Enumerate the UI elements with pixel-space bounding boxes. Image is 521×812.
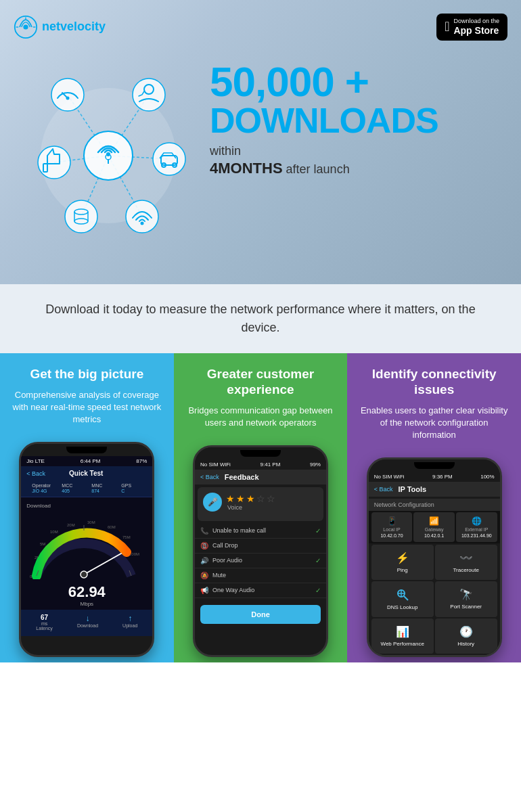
p3-status-bar: No SIM WiFi 9:36 PM 100% xyxy=(369,472,500,482)
phone3-container: No SIM WiFi 9:36 PM 100% < Back IP Tools… xyxy=(347,452,521,662)
p1-speed-value: 62.94 xyxy=(26,583,147,601)
call-drop-icon: 📵 xyxy=(200,542,208,549)
web-performance-icon: 📊 xyxy=(377,625,428,638)
app-store-text: Download on the App Store xyxy=(453,18,499,37)
svg-text:30M: 30M xyxy=(87,520,95,524)
speedometer-gauge: 0M 2M 5M 10M 20M 30M 60M 75M 100M xyxy=(26,512,141,579)
svg-point-15 xyxy=(51,78,84,111)
feature-col-customer-experience: Greater customer experience Bridges comm… xyxy=(174,353,348,662)
star-1: ★ xyxy=(226,493,235,504)
check-icon-1: ✓ xyxy=(315,527,321,535)
hero-content: 50,000 + DOWNLOADS within 4MONTHS after … xyxy=(14,54,507,257)
p2-nav-title: Feedback xyxy=(225,473,259,481)
p2-done-button[interactable]: Done xyxy=(200,605,321,624)
p2-issue-call-drop[interactable]: 📵 Call Drop xyxy=(195,539,326,554)
p2-nav: < Back Feedback xyxy=(195,470,326,484)
p3-external-ip: 🌐 External IP 103.231.44.90 xyxy=(456,512,497,542)
phone2-screen: No SIM WiFi 9:41 PM 99% < Back Feedback … xyxy=(195,459,326,629)
p1-latency-label: Latency xyxy=(36,626,53,631)
svg-text:60M: 60M xyxy=(108,525,116,529)
check-icon-2: ✓ xyxy=(315,557,321,564)
tagline-section: Download it today to measure the network… xyxy=(0,284,521,353)
p2-issue-one-way-audio[interactable]: 📢 One Way Audio ✓ xyxy=(195,583,326,598)
p1-latency-val: 67 xyxy=(36,614,53,621)
feature-desc-big-picture: Comprehensive analysis of coverage with … xyxy=(11,389,163,426)
logo: netvelocity xyxy=(14,15,106,39)
svg-text:5M: 5M xyxy=(40,542,45,546)
tagline-text: Download it today to measure the network… xyxy=(27,300,494,337)
p1-back-button[interactable]: < Back xyxy=(26,470,45,477)
phone1-container: Jio LTE 6:44 PM 87% < Back Quick Test LT… xyxy=(0,436,174,662)
p3-tool-port-scanner[interactable]: 🔭 Port Scanner xyxy=(435,581,497,617)
gateway-icon: 📶 xyxy=(416,516,452,526)
p2-voice-label: Voice xyxy=(227,504,275,511)
feature-header-customer-experience: Greater customer experience Bridges comm… xyxy=(174,353,348,440)
svg-text:20M: 20M xyxy=(67,523,75,527)
poor-audio-icon: 🔊 xyxy=(200,557,208,564)
p2-voice-section: 🎤 ★ ★ ★ ☆ ☆ Voice xyxy=(198,487,323,521)
feature-desc-customer-experience: Bridges communication gap between users … xyxy=(185,405,337,429)
p3-nav-title: IP Tools xyxy=(398,485,426,493)
p1-speedometer: Download 0M 2M 5M 10M 20M 30M 60M 75M xyxy=(21,497,152,610)
svg-text:75M: 75M xyxy=(122,535,131,539)
feature-header-big-picture: Get the big picture Comprehensive analys… xyxy=(0,353,174,436)
p3-tool-traceroute[interactable]: 〰️ Traceroute xyxy=(435,545,497,580)
table-header-row: Operator MCC MNC GPS xyxy=(32,483,147,488)
one-way-audio-icon: 📢 xyxy=(200,587,208,594)
p2-stars: ★ ★ ★ ☆ ☆ xyxy=(226,493,275,504)
svg-text:10M: 10M xyxy=(50,530,58,534)
p1-download-label: Download xyxy=(26,503,147,509)
table-data-row: JIO 4G 405 874 C xyxy=(32,489,147,493)
within-text: within 4MONTHS after launch xyxy=(210,143,507,179)
p3-local-ip: 📱 Local IP 10.42.0.70 xyxy=(371,512,413,542)
dns-lookup-icon xyxy=(396,588,409,602)
phone2-container: No SIM WiFi 9:41 PM 99% < Back Feedback … xyxy=(174,440,348,662)
star-4[interactable]: ☆ xyxy=(256,493,265,504)
p1-nav: < Back Quick Test xyxy=(21,466,152,480)
upload-arrow-icon: ↑ xyxy=(122,614,137,623)
port-scanner-icon: 🔭 xyxy=(440,588,492,601)
phone3-mockup: No SIM WiFi 9:36 PM 100% < Back IP Tools… xyxy=(367,457,502,657)
p3-tool-ping[interactable]: ⚡ Ping xyxy=(371,545,434,580)
phone2-notch xyxy=(195,447,326,459)
history-icon: 🕐 xyxy=(440,625,492,638)
svg-point-19 xyxy=(38,146,70,179)
p3-tool-dns-lookup[interactable]: DNS Lookup xyxy=(371,581,434,617)
p2-voice-icon: 🎤 xyxy=(203,493,222,512)
star-3: ★ xyxy=(246,493,255,504)
phone2-mockup: No SIM WiFi 9:41 PM 99% < Back Feedback … xyxy=(193,445,328,657)
p1-upload: ↑ Upload xyxy=(122,614,137,631)
mute-icon: 🔕 xyxy=(200,572,208,579)
download-arrow-icon: ↓ xyxy=(77,614,98,623)
p1-download: ↓ Download xyxy=(77,614,98,631)
p3-ip-grid: 📱 Local IP 10.42.0.70 📶 Gateway 10.42.0.… xyxy=(369,511,500,543)
p1-speed-unit: Mbps xyxy=(26,601,147,607)
p3-tool-history[interactable]: 🕐 History xyxy=(435,618,497,654)
svg-point-1 xyxy=(23,24,28,29)
svg-point-43 xyxy=(81,571,87,578)
svg-point-29 xyxy=(141,221,144,225)
p2-back-button[interactable]: < Back xyxy=(200,474,219,480)
apple-icon:  xyxy=(445,19,449,35)
star-2: ★ xyxy=(236,493,245,504)
p3-gateway: 📶 Gateway 10.42.0.1 xyxy=(413,512,455,542)
p3-section-title: Network Configuration xyxy=(369,499,500,511)
svg-point-25 xyxy=(65,200,97,233)
p2-issue-poor-audio[interactable]: 🔊 Poor Audio ✓ xyxy=(195,554,326,568)
local-ip-icon: 📱 xyxy=(374,516,410,526)
svg-line-42 xyxy=(84,554,121,574)
feature-col-big-picture: Get the big picture Comprehensive analys… xyxy=(0,353,174,662)
p3-back-button[interactable]: < Back xyxy=(374,486,393,493)
feature-col-connectivity: Identify connectivity issues Enables use… xyxy=(347,353,521,662)
p3-tools-grid: ⚡ Ping 〰️ Traceroute xyxy=(369,543,500,655)
p2-issue-mute[interactable]: 🔕 Mute xyxy=(195,568,326,583)
svg-point-16 xyxy=(66,96,70,99)
p3-tool-web-performance[interactable]: 📊 Web Performance xyxy=(371,618,434,654)
p1-nav-title: Quick Test xyxy=(69,470,103,477)
star-5[interactable]: ☆ xyxy=(267,493,275,504)
ping-icon: ⚡ xyxy=(377,551,428,564)
p1-table: Operator MCC MNC GPS JIO 4G 405 874 C xyxy=(21,480,152,497)
app-store-button[interactable]:  Download on the App Store xyxy=(436,14,507,41)
p2-issue-unable-to-call[interactable]: 📞 Unable to make call ✓ xyxy=(195,524,326,539)
p2-status-bar: No SIM WiFi 9:41 PM 99% xyxy=(195,459,326,470)
